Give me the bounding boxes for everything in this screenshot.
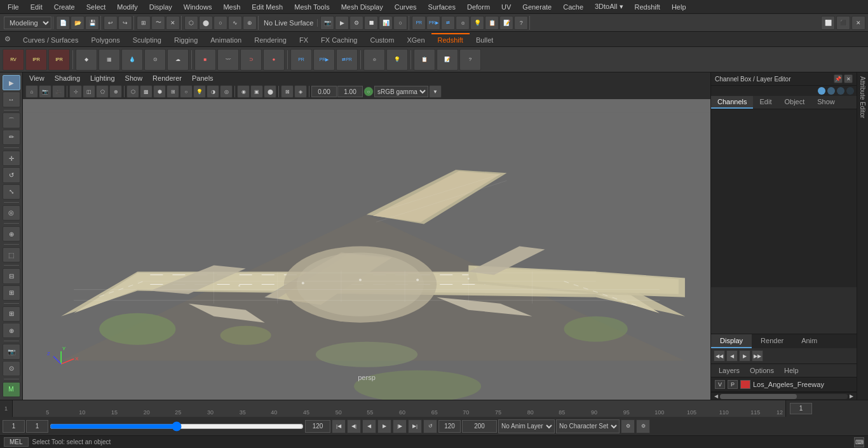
- vp-iso-btn[interactable]: ⊠: [281, 85, 294, 98]
- render-extra2-btn[interactable]: 📊: [379, 16, 393, 30]
- select-lasso-btn[interactable]: ⬡: [184, 16, 198, 30]
- shelf-tab-rigging[interactable]: Rigging: [168, 33, 204, 46]
- vp-gate-btn[interactable]: ⬤: [264, 85, 276, 98]
- pb-frame-current[interactable]: [26, 420, 48, 433]
- pb-step-fwd-btn[interactable]: |▶: [393, 419, 407, 433]
- snap-grid-btn[interactable]: ⊞: [137, 16, 151, 30]
- vp-select1-btn[interactable]: ⊹: [69, 85, 82, 98]
- rs-btn1[interactable]: PR: [412, 16, 426, 30]
- select-tool-btn[interactable]: ▶: [3, 75, 20, 90]
- vp-light-btn[interactable]: 💡: [193, 85, 206, 98]
- vp-colorspace-dropdown[interactable]: sRGB gamma: [374, 86, 428, 97]
- vp-poly3-btn[interactable]: ⬢: [153, 85, 166, 98]
- vp-smooth-btn[interactable]: ○: [180, 85, 193, 98]
- pb-char-set-dropdown[interactable]: No Character Set: [556, 419, 620, 433]
- shelf-tab-sculpting[interactable]: Sculpting: [126, 33, 168, 46]
- layer-back-btn[interactable]: ◀: [726, 350, 738, 362]
- layer-row-la-freeway[interactable]: V P Los_Angeles_Freeway: [711, 377, 857, 392]
- rs-btn3[interactable]: ⇄: [441, 16, 455, 30]
- render-settings-btn[interactable]: ⚙: [349, 16, 363, 30]
- menu-mesh-display[interactable]: Mesh Display: [336, 2, 388, 12]
- shelf-icon-pr1[interactable]: PR: [290, 49, 312, 71]
- shelf-tab-fx[interactable]: FX: [293, 33, 315, 46]
- layer-tab-render[interactable]: Render: [752, 334, 792, 348]
- cb-close-btn[interactable]: ✕: [844, 74, 853, 83]
- paint-sel-btn[interactable]: ✏: [3, 130, 20, 145]
- tl-frame-input[interactable]: [790, 403, 812, 414]
- shelf-tab-fxcaching[interactable]: FX Caching: [315, 33, 363, 46]
- rs-log-btn[interactable]: 📝: [499, 16, 513, 30]
- grid-btn[interactable]: ⊞: [3, 306, 20, 322]
- shelf-tab-bullet[interactable]: Bullet: [470, 33, 500, 46]
- timeline-track[interactable]: 5 10 15 20 25 30 35 40 45 50 55 60 65 70…: [13, 400, 785, 417]
- attr-editor-side-tab[interactable]: Attribute Editor: [857, 72, 868, 400]
- rs-help-btn[interactable]: ?: [514, 16, 528, 30]
- open-btn[interactable]: 📂: [71, 16, 85, 30]
- shelf-icon-qmark[interactable]: ?: [459, 49, 481, 71]
- shelf-tab-custom[interactable]: Custom: [364, 33, 401, 46]
- menu-mesh[interactable]: Mesh: [218, 2, 245, 12]
- layer-p-btn[interactable]: P: [728, 380, 738, 389]
- render-ipr-btn[interactable]: ▶: [335, 16, 349, 30]
- render-cam-btn[interactable]: 📷: [320, 16, 334, 30]
- shelf-icon-blob[interactable]: ●: [263, 49, 285, 71]
- shelf-icon-sphere[interactable]: ⊙: [144, 49, 166, 71]
- maya-logo-btn[interactable]: M: [3, 382, 20, 397]
- headup-btn[interactable]: ⊙: [3, 361, 20, 376]
- vp-menu-panels[interactable]: Panels: [189, 74, 216, 83]
- shelf-icon-cube[interactable]: ■: [194, 49, 216, 71]
- rs-light-btn[interactable]: 💡: [470, 16, 484, 30]
- shelf-icon-diamond[interactable]: ◆: [76, 49, 97, 71]
- pb-range-start[interactable]: [438, 420, 461, 433]
- workspace-dropdown[interactable]: Modeling: [4, 17, 51, 29]
- render-extra3-btn[interactable]: ○: [393, 16, 407, 30]
- menu-create[interactable]: Create: [49, 2, 80, 12]
- scroll-thumb[interactable]: [720, 394, 797, 399]
- layer-menu-layers[interactable]: Layers: [714, 365, 745, 376]
- ch-tab-show[interactable]: Show: [811, 96, 841, 109]
- scroll-right-arrow[interactable]: ▶: [848, 393, 855, 400]
- cb-color-blue4[interactable]: [846, 87, 854, 95]
- show-manip-btn[interactable]: ⊕: [3, 226, 20, 241]
- pb-frame-start[interactable]: [3, 420, 25, 433]
- vp-menu-shading[interactable]: Shading: [52, 74, 83, 83]
- menu-redshift[interactable]: Redshift: [630, 2, 665, 12]
- cb-pin-btn[interactable]: 📌: [834, 74, 843, 83]
- vp-float-input1[interactable]: [311, 86, 337, 97]
- menu-3dto[interactable]: 3DtoAll ▾: [590, 1, 628, 12]
- camera-btn[interactable]: 📷: [3, 344, 20, 359]
- shelf-icon-wave[interactable]: 〰: [217, 49, 239, 71]
- rs-btn2[interactable]: PR▶: [426, 16, 440, 30]
- scroll-left-arrow[interactable]: ◀: [712, 393, 720, 400]
- vp-menu-lighting[interactable]: Lighting: [88, 74, 118, 83]
- shelf-icon-bowl[interactable]: ⌾: [363, 49, 385, 71]
- pb-range-input[interactable]: [50, 421, 304, 431]
- shelf-icon-ring[interactable]: ⊃: [240, 49, 262, 71]
- rotate-btn[interactable]: ↺: [3, 167, 20, 182]
- shelf-icon-light[interactable]: 💡: [386, 49, 408, 71]
- shelf-tab-curves[interactable]: Curves / Surfaces: [17, 33, 85, 46]
- layout-btn2[interactable]: ⬛: [836, 16, 850, 30]
- cb-color-blue[interactable]: [818, 87, 825, 95]
- script-mode-btn[interactable]: MEL: [4, 437, 29, 447]
- vp-menu-renderer[interactable]: Renderer: [150, 74, 184, 83]
- menu-mesh-tools[interactable]: Mesh Tools: [289, 2, 334, 12]
- layer-next-btn[interactable]: ▶▶: [752, 350, 763, 362]
- pb-play-back-btn[interactable]: ◀: [362, 419, 376, 433]
- shelf-tab-redshift[interactable]: Redshift: [431, 33, 470, 46]
- vp-vis-btn[interactable]: ◈: [294, 85, 307, 98]
- select-soft-btn[interactable]: ○: [214, 16, 227, 30]
- layout-btn3[interactable]: ✕: [851, 16, 865, 30]
- vp-float-input2[interactable]: [337, 86, 363, 97]
- layout-btn1[interactable]: ⬜: [821, 16, 835, 30]
- menu-uv[interactable]: UV: [496, 2, 516, 12]
- rs-bowl-btn[interactable]: ⌾: [456, 16, 470, 30]
- shelf-tab-polygons[interactable]: Polygons: [85, 33, 126, 46]
- shelf-cog-icon[interactable]: ⚙: [3, 34, 13, 44]
- shelf-icon-cloud[interactable]: ☁: [167, 49, 189, 71]
- shelf-icon-pr2[interactable]: PR▶: [313, 49, 335, 71]
- soft-sel-btn[interactable]: ◎: [3, 205, 20, 221]
- pb-play-fwd-btn[interactable]: ▶: [377, 419, 391, 433]
- pb-range-slider[interactable]: [50, 420, 330, 433]
- layer-tab-anim[interactable]: Anim: [792, 334, 826, 348]
